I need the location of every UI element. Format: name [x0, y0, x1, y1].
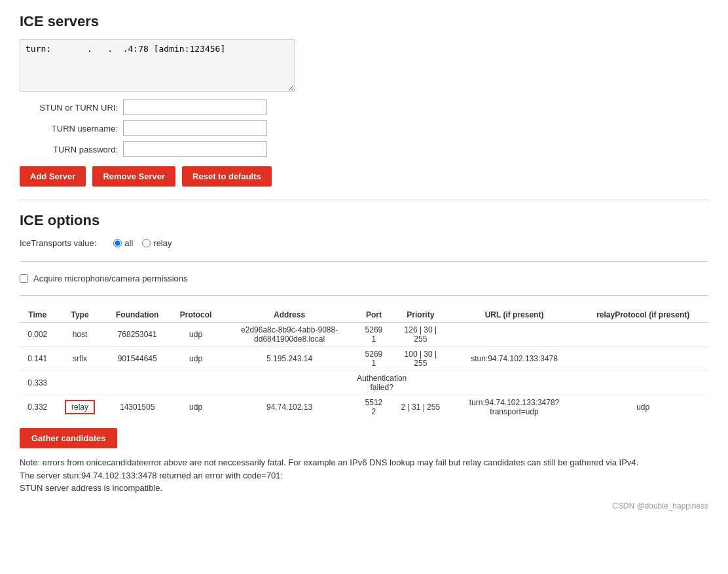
stun-turn-uri-input[interactable]: [123, 99, 267, 115]
turn-password-label: TURN password:: [20, 145, 118, 154]
td-type: relay: [55, 395, 104, 420]
td-port: 52691: [357, 347, 390, 371]
stun-turn-uri-row: STUN or TURN URI:: [20, 99, 708, 115]
turn-username-label: TURN username:: [20, 124, 118, 134]
ice-options-title: ICE options: [20, 212, 708, 229]
th-priority: Priority: [390, 308, 451, 323]
microphone-checkbox[interactable]: [20, 274, 28, 283]
td-relay-protocol: [577, 347, 708, 371]
td-url: [451, 323, 578, 347]
td-time: 0.332: [20, 395, 55, 420]
td-relay-protocol: [577, 323, 708, 347]
ice-transports-radios: all relay: [113, 238, 172, 248]
radio-all-label: all: [124, 238, 133, 248]
reset-defaults-button[interactable]: Reset to defaults: [182, 166, 272, 187]
td-url: turn:94.74.102.133:3478?transport=udp: [451, 395, 578, 420]
td-protocol: udp: [170, 347, 222, 371]
divider-2: [20, 261, 708, 262]
th-time: Time: [20, 308, 55, 323]
td-type: host: [55, 323, 104, 347]
td-priority: 2 | 31 | 255: [390, 395, 451, 420]
note-line-2: The server stun:94.74.102.133:3478 retur…: [20, 469, 708, 482]
note-line-1: Note: errors from onicecandidateerror ab…: [20, 456, 708, 469]
ice-servers-textarea[interactable]: turn: . . .4:78 [admin:123456]: [20, 39, 295, 92]
td-address: e2d96a8c-8b9c-4abb-9088-dd6841900de8.loc…: [221, 323, 357, 347]
table-row: 0.332 relay 14301505 udp 94.74.102.13 55…: [20, 395, 708, 420]
td-time: 0.002: [20, 323, 55, 347]
radio-relay-option[interactable]: relay: [142, 238, 172, 248]
td-relay-protocol: udp: [577, 395, 708, 420]
microphone-label: Acquire microphone/camera permissions: [33, 274, 188, 283]
candidates-table: Time Type Foundation Protocol Address Po…: [20, 308, 708, 419]
th-type: Type: [55, 308, 104, 323]
turn-password-row: TURN password:: [20, 141, 708, 157]
divider-3: [20, 295, 708, 296]
radio-relay-input[interactable]: [142, 239, 151, 247]
turn-username-input[interactable]: [123, 120, 267, 136]
th-address: Address: [221, 308, 357, 323]
divider-1: [20, 200, 708, 200]
th-foundation: Foundation: [105, 308, 170, 323]
td-protocol: udp: [170, 323, 222, 347]
td-time: 0.333: [20, 371, 55, 395]
turn-username-row: TURN username:: [20, 120, 708, 136]
td-auth-error: Authenticationfailed?: [55, 371, 708, 395]
td-url: stun:94.74.102.133:3478: [451, 347, 578, 371]
td-port: 55122: [357, 395, 390, 420]
td-priority: 100 | 30 |255: [390, 347, 451, 371]
ice-servers-title: ICE servers: [20, 13, 708, 30]
td-foundation: 14301505: [105, 395, 170, 420]
relay-badge: relay: [65, 400, 95, 414]
stun-turn-uri-label: STUN or TURN URI:: [20, 103, 118, 113]
table-row: 0.002 host 768253041 udp e2d96a8c-8b9c-4…: [20, 323, 708, 347]
radio-all-input[interactable]: [113, 239, 122, 247]
radio-relay-label: relay: [153, 238, 172, 248]
ice-transports-label: IceTransports value:: [20, 238, 96, 248]
watermark: CSDN @double_happiness: [20, 501, 708, 511]
add-server-button[interactable]: Add Server: [20, 166, 86, 187]
gather-candidates-button[interactable]: Gather candidates: [20, 428, 117, 448]
td-priority: 126 | 30 |255: [390, 323, 451, 347]
table-header-row: Time Type Foundation Protocol Address Po…: [20, 308, 708, 323]
td-address: 5.195.243.14: [221, 347, 357, 371]
td-foundation: 901544645: [105, 347, 170, 371]
turn-password-input[interactable]: [123, 141, 267, 157]
ice-servers-buttons: Add Server Remove Server Reset to defaul…: [20, 166, 708, 187]
td-foundation: 768253041: [105, 323, 170, 347]
microphone-row: Acquire microphone/camera permissions: [20, 274, 708, 283]
note-line-3: STUN server address is incompatible.: [20, 482, 708, 495]
th-relay-protocol: relayProtocol (if present): [577, 308, 708, 323]
ice-transports-row: IceTransports value: all relay: [20, 238, 708, 248]
table-row: 0.333 Authenticationfailed?: [20, 371, 708, 395]
gather-section: Gather candidates Note: errors from onic…: [20, 428, 708, 495]
td-time: 0.141: [20, 347, 55, 371]
table-row: 0.141 srflx 901544645 udp 5.195.243.14 5…: [20, 347, 708, 371]
td-address: 94.74.102.13: [221, 395, 357, 420]
th-port: Port: [357, 308, 390, 323]
th-url: URL (if present): [451, 308, 578, 323]
td-protocol: udp: [170, 395, 222, 420]
remove-server-button[interactable]: Remove Server: [92, 166, 175, 187]
th-protocol: Protocol: [170, 308, 222, 323]
gather-notes: Note: errors from onicecandidateerror ab…: [20, 456, 708, 495]
ice-servers-section: ICE servers turn: . . .4:78 [admin:12345…: [20, 13, 708, 187]
td-type: srflx: [55, 347, 104, 371]
radio-all-option[interactable]: all: [113, 238, 133, 248]
td-port: 52691: [357, 323, 390, 347]
ice-options-section: ICE options IceTransports value: all rel…: [20, 212, 708, 248]
